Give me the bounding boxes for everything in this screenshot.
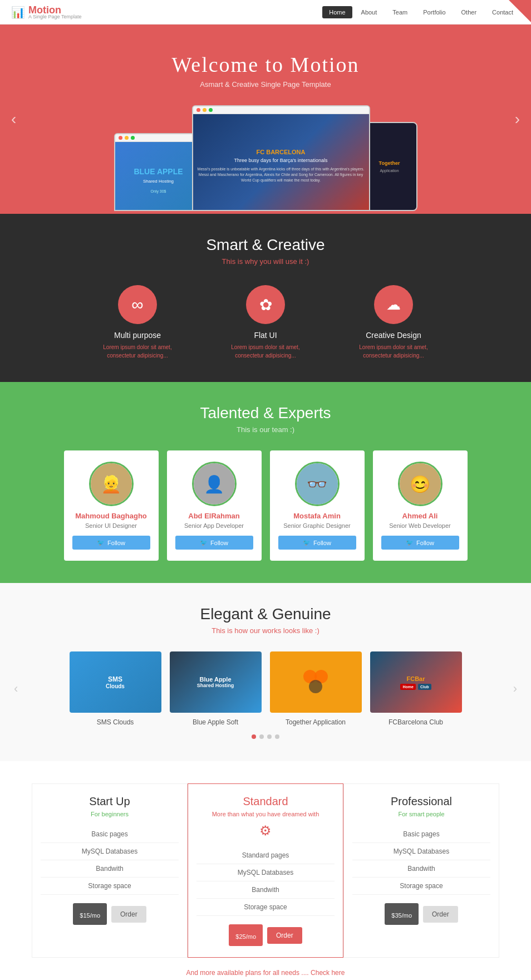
corner-decoration — [509, 0, 531, 22]
startup-price: $15/mo — [73, 903, 107, 925]
team-name-1: Abd ElRahman — [175, 512, 253, 520]
more-plans-text: And more available plans for all needs .… — [17, 969, 514, 977]
portfolio-item-2: Together Application — [270, 651, 362, 726]
feature-creative-desc: Lorem ipsum dolor sit amet, consectetur … — [352, 343, 435, 360]
standard-price: $25/mo — [229, 924, 263, 946]
feature-item: MySQL Databases — [196, 864, 335, 881]
pricing-standard-subtitle: More than what you have dreamed with — [196, 811, 335, 817]
team-name-3: Ahmed Ali — [381, 512, 459, 520]
screen-main-content: FC BARCELONA Three busy days for Barça's… — [193, 114, 369, 211]
startup-order-btn[interactable]: Order — [111, 906, 146, 923]
feature-multipurpose-title: Multi purpose — [96, 331, 179, 340]
portfolio-item-0: SMS Clouds SMS Clouds — [70, 651, 161, 726]
pricing-startup-title: Start Up — [41, 795, 179, 808]
team-title: Talented & Experts — [11, 404, 520, 422]
team-avatar-1: 👤 — [192, 462, 237, 506]
screen-left-content: BLUE APPLE Shared Hosting Only 30$ — [115, 142, 202, 211]
portfolio-subtitle: This is how our works looks like :) — [11, 626, 520, 635]
pricing-pro-subtitle: For smart people — [352, 811, 490, 817]
feature-multipurpose: ∞ Multi purpose Lorem ipsum dolor sit am… — [96, 285, 179, 360]
pro-price: $35/mo — [385, 903, 419, 925]
team-name-2: Mostafa Amin — [278, 512, 356, 520]
portfolio-thumb-2 — [270, 651, 362, 713]
team-avatar-0: 👱 — [89, 462, 134, 506]
nav-logo: 📊 Motion A Single Page Template — [11, 4, 81, 19]
twitter-icon-2: 🐦 — [303, 539, 311, 546]
feature-creative: ☁ Creative Design Lorem ipsum dolor sit … — [352, 285, 435, 360]
pricing-col-startup: Start Up For beginners Basic pages MySQL… — [32, 783, 188, 958]
twitter-icon-3: 🐦 — [406, 539, 414, 546]
team-card-3: 😊 Ahmed Ali Senior Web Developer 🐦 Follo… — [373, 450, 468, 561]
feature-item: MySQL Databases — [352, 843, 490, 860]
smart-section: Smart & Creative This is why you will us… — [0, 214, 531, 382]
team-avatar-3: 😊 — [398, 462, 442, 506]
screen-main: FC BARCELONA Three busy days for Barça's… — [192, 105, 370, 211]
portfolio-next-arrow[interactable]: › — [513, 682, 517, 696]
team-subtitle: This is our team :) — [11, 425, 520, 434]
twitter-icon-0: 🐦 — [97, 539, 105, 546]
nav-portfolio[interactable]: Portfolio — [416, 6, 452, 18]
pricing-standard-title: Standard — [196, 795, 335, 808]
feature-item: Bandwith — [352, 860, 490, 878]
nav-home[interactable]: Home — [322, 6, 352, 18]
portfolio-thumb-0: SMS Clouds — [70, 651, 161, 713]
feature-item: Bandwith — [41, 860, 179, 878]
pricing-pro-features: Basic pages MySQL Databases Bandwith Sto… — [352, 826, 490, 895]
pricing-pro-title: Professional — [352, 795, 490, 808]
hero-subtitle: Asmart & Creative Single Page Template — [11, 80, 520, 89]
nav-other[interactable]: Other — [455, 6, 484, 18]
pricing-startup-features: Basic pages MySQL Databases Bandwith Sto… — [41, 826, 179, 895]
follow-btn-0[interactable]: 🐦 Follow — [72, 536, 150, 550]
twitter-icon-1: 🐦 — [200, 539, 208, 546]
portfolio-item-1: Blue Apple Shared Hosting Blue Apple Sof… — [170, 651, 262, 726]
pro-order-btn[interactable]: Order — [423, 906, 458, 923]
smart-subtitle: This is why you will use it :) — [11, 257, 520, 266]
feature-flatui-desc: Lorem ipsum dolor sit amet, consectetur … — [224, 343, 307, 360]
nav-team[interactable]: Team — [386, 6, 414, 18]
infinity-icon: ∞ — [118, 285, 157, 324]
standard-order-btn[interactable]: Order — [267, 927, 302, 944]
hero-section: ‹ Welcome to Motion Asmart & Creative Si… — [0, 24, 531, 214]
cloud-icon: ☁ — [374, 285, 413, 324]
features-row: ∞ Multi purpose Lorem ipsum dolor sit am… — [11, 285, 520, 360]
portfolio-name-0: SMS Clouds — [70, 718, 161, 726]
pdot-0[interactable] — [252, 734, 256, 739]
feature-item: Storage space — [41, 878, 179, 895]
pdot-2[interactable] — [267, 734, 272, 739]
pricing-pro-bottom: $35/mo Order — [352, 903, 490, 925]
navbar: 📊 Motion A Single Page Template Home Abo… — [0, 0, 531, 24]
pdot-3[interactable] — [275, 734, 279, 739]
gear-icon: ⚙ — [196, 823, 335, 839]
team-card-1: 👤 Abd ElRahman Senior App Developer 🐦 Fo… — [167, 450, 262, 561]
pdot-1[interactable] — [259, 734, 264, 739]
portfolio-title: Elegant & Genuine — [11, 605, 520, 623]
pricing-col-pro: Professional For smart people Basic page… — [343, 783, 499, 958]
team-grid: 👱 Mahmoud Baghagho Senior UI Designer 🐦 … — [11, 450, 520, 561]
hero-next-arrow[interactable]: › — [515, 110, 520, 128]
follow-btn-1[interactable]: 🐦 Follow — [175, 536, 253, 550]
portfolio-row: ‹ SMS Clouds SMS Clouds Blue Apple Share… — [11, 651, 520, 726]
feature-item: Basic pages — [352, 826, 490, 843]
portfolio-section: Elegant & Genuine This is how our works … — [0, 583, 531, 761]
feature-flatui-title: Flat UI — [224, 331, 307, 340]
nav-about[interactable]: About — [355, 6, 384, 18]
screen-phone-content: Together Application — [363, 123, 416, 210]
team-role-0: Senior UI Designer — [72, 522, 150, 529]
feature-multipurpose-desc: Lorem ipsum dolor sit amet, consectetur … — [96, 343, 179, 360]
pricing-startup-subtitle: For beginners — [41, 811, 179, 817]
team-section: Talented & Experts This is our team :) 👱… — [0, 382, 531, 583]
logo-sub: A Single Page Template — [28, 14, 81, 19]
team-card-2: 👓 Mostafa Amin Senior Graphic Designer 🐦… — [270, 450, 365, 561]
follow-btn-3[interactable]: 🐦 Follow — [381, 536, 459, 550]
portfolio-prev-arrow[interactable]: ‹ — [14, 682, 18, 696]
team-avatar-2: 👓 — [295, 462, 340, 506]
pricing-standard-features: Standard pages MySQL Databases Bandwith … — [196, 847, 335, 916]
svg-point-2 — [309, 680, 322, 693]
follow-btn-2[interactable]: 🐦 Follow — [278, 536, 356, 550]
feature-item: MySQL Databases — [41, 843, 179, 860]
hero-screens: BLUE APPLE Shared Hosting Only 30$ FC BA… — [11, 105, 520, 211]
flatui-icon: ✿ — [246, 285, 285, 324]
feature-item: Storage space — [352, 878, 490, 895]
portfolio-thumb-3: FCBar Home Club — [370, 651, 462, 713]
hero-title: Welcome to Motion — [11, 52, 520, 77]
